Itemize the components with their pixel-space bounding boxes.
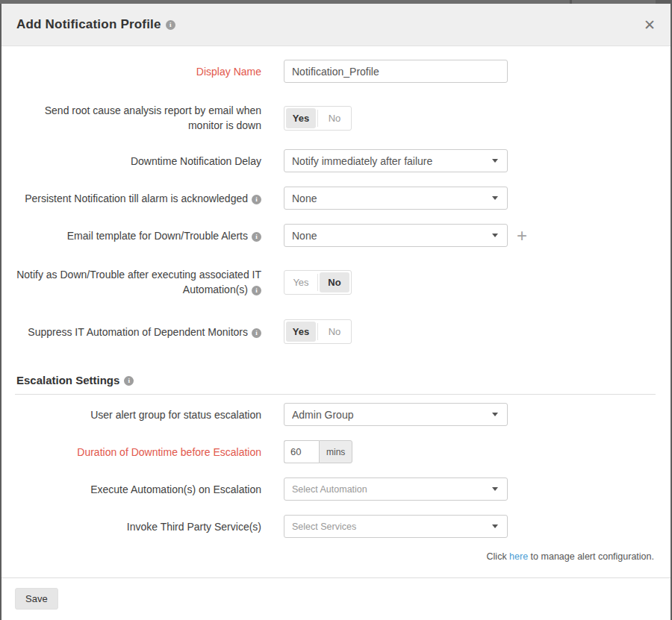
- root-cause-no-option[interactable]: No: [320, 108, 349, 128]
- invoke-service-select[interactable]: Select Services: [284, 515, 508, 538]
- invoke-service-row: Invoke Third Party Service(s) Select Ser…: [15, 515, 656, 538]
- minutes-unit-addon: mins: [319, 440, 352, 463]
- dialog-header: Add Notification Profile i ✕: [1, 4, 671, 46]
- display-name-input[interactable]: [284, 60, 508, 83]
- toggle-divider: [317, 323, 318, 340]
- notify-after-automation-yes-option[interactable]: Yes: [286, 272, 316, 292]
- email-template-select[interactable]: None: [284, 224, 508, 247]
- dialog-body: Display Name Send root cause analysis re…: [1, 46, 671, 577]
- suppress-automation-toggle: Yes No: [284, 319, 352, 344]
- dialog-footer: Save: [1, 577, 671, 620]
- toggle-divider: [317, 274, 318, 291]
- caret-down-icon: [492, 487, 498, 491]
- here-link[interactable]: here: [509, 551, 528, 562]
- info-icon[interactable]: i: [252, 195, 261, 204]
- suppress-automation-no-option[interactable]: No: [320, 322, 349, 342]
- suppress-automation-row: Suppress IT Automation of Dependent Moni…: [15, 319, 656, 344]
- save-button[interactable]: Save: [15, 588, 58, 610]
- page-title: Add Notification Profile: [16, 17, 161, 32]
- display-name-row: Display Name: [15, 60, 656, 83]
- manage-alert-note: Click here to manage alert configuration…: [15, 551, 654, 562]
- root-cause-yes-option[interactable]: Yes: [286, 108, 316, 128]
- toggle-divider: [317, 110, 318, 127]
- user-alert-group-label: User alert group for status escalation: [15, 407, 261, 422]
- user-alert-group-row: User alert group for status escalation A…: [15, 403, 656, 426]
- add-template-icon[interactable]: +: [517, 227, 527, 245]
- close-icon[interactable]: ✕: [644, 18, 656, 32]
- caret-down-icon: [492, 159, 498, 163]
- persistent-notification-select[interactable]: None: [284, 187, 508, 210]
- downtime-delay-label: Downtime Notification Delay: [15, 154, 261, 169]
- caret-down-icon: [492, 413, 498, 416]
- root-cause-label: Send root cause analysis report by email…: [15, 103, 261, 133]
- info-icon[interactable]: i: [252, 232, 261, 242]
- escalation-duration-row: Duration of Downtime before Escalation m…: [15, 440, 656, 463]
- info-icon[interactable]: i: [252, 286, 261, 295]
- display-name-label: Display Name: [15, 64, 261, 79]
- downtime-delay-select[interactable]: Notify immediately after failure: [284, 149, 508, 172]
- info-icon[interactable]: i: [166, 20, 175, 30]
- notify-after-automation-label: Notify as Down/Trouble after executing a…: [15, 267, 261, 297]
- root-cause-row: Send root cause analysis report by email…: [15, 103, 656, 133]
- notify-after-automation-toggle: Yes No: [284, 270, 352, 295]
- suppress-automation-label: Suppress IT Automation of Dependent Moni…: [15, 325, 261, 339]
- add-notification-profile-dialog: Add Notification Profile i ✕ Display Nam…: [1, 4, 671, 620]
- execute-automation-select[interactable]: Select Automation: [284, 477, 508, 501]
- notify-after-automation-no-option[interactable]: No: [320, 272, 349, 292]
- info-icon[interactable]: i: [252, 328, 261, 338]
- escalation-duration-label: Duration of Downtime before Escalation: [15, 445, 261, 460]
- suppress-automation-yes-option[interactable]: Yes: [286, 322, 316, 342]
- execute-automation-label: Execute Automation(s) on Escalation: [15, 482, 261, 497]
- email-template-label: Email template for Down/Trouble Alertsi: [15, 228, 261, 243]
- user-alert-group-select[interactable]: Admin Group: [284, 403, 508, 426]
- notify-after-automation-row: Notify as Down/Trouble after executing a…: [15, 267, 656, 297]
- root-cause-toggle: Yes No: [284, 106, 352, 131]
- caret-down-icon: [492, 525, 498, 528]
- downtime-delay-row: Downtime Notification Delay Notify immed…: [15, 149, 656, 172]
- escalation-settings-heading: Escalation Settingsi: [15, 374, 656, 395]
- execute-automation-row: Execute Automation(s) on Escalation Sele…: [15, 477, 656, 501]
- caret-down-icon: [492, 234, 498, 237]
- persistent-notification-label: Persistent Notification till alarm is ac…: [15, 191, 261, 206]
- email-template-row: Email template for Down/Trouble Alertsi …: [15, 224, 656, 247]
- invoke-service-label: Invoke Third Party Service(s): [15, 519, 261, 534]
- escalation-duration-input[interactable]: [284, 440, 319, 463]
- info-icon[interactable]: i: [124, 376, 134, 386]
- persistent-notification-row: Persistent Notification till alarm is ac…: [15, 187, 656, 210]
- caret-down-icon: [492, 196, 498, 200]
